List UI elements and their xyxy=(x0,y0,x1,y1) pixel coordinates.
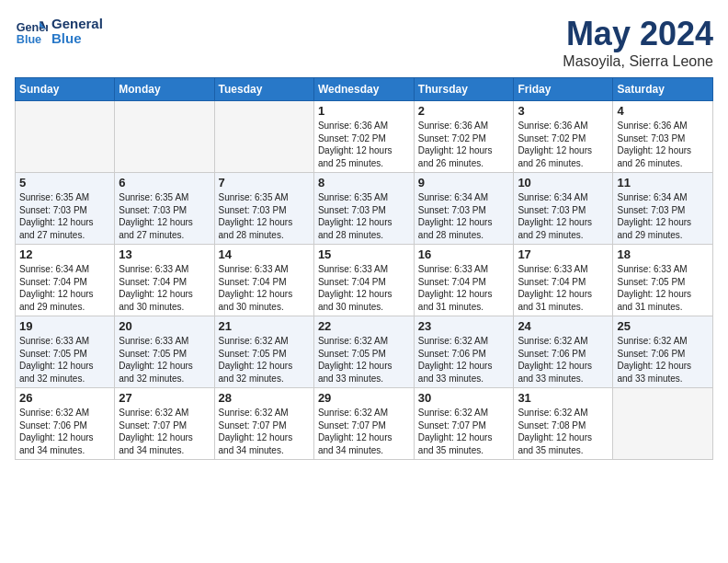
cell-content: Sunrise: 6:33 AM Sunset: 7:05 PM Dayligh… xyxy=(19,335,110,385)
cell-content: Sunrise: 6:36 AM Sunset: 7:03 PM Dayligh… xyxy=(617,120,709,169)
cell-content: Sunrise: 6:34 AM Sunset: 7:03 PM Dayligh… xyxy=(418,191,510,241)
day-number: 26 xyxy=(19,391,110,405)
cell-content: Sunrise: 6:33 AM Sunset: 7:04 PM Dayligh… xyxy=(418,263,510,313)
calendar-cell: 9Sunrise: 6:34 AM Sunset: 7:03 PM Daylig… xyxy=(414,173,514,245)
page-header: General Blue General Blue May 2024 Masoy… xyxy=(15,15,713,70)
calendar-cell: 31Sunrise: 6:32 AM Sunset: 7:08 PM Dayli… xyxy=(514,388,613,460)
calendar-cell: 24Sunrise: 6:32 AM Sunset: 7:06 PM Dayli… xyxy=(514,316,613,388)
calendar-week-3: 12Sunrise: 6:34 AM Sunset: 7:04 PM Dayli… xyxy=(16,245,713,316)
day-number: 5 xyxy=(19,176,110,190)
day-number: 23 xyxy=(418,319,510,333)
day-number: 30 xyxy=(418,391,510,405)
calendar-cell: 19Sunrise: 6:33 AM Sunset: 7:05 PM Dayli… xyxy=(16,316,115,388)
month-title: May 2024 xyxy=(563,15,713,53)
day-number: 14 xyxy=(219,247,310,261)
calendar-week-1: 1Sunrise: 6:36 AM Sunset: 7:02 PM Daylig… xyxy=(16,101,713,173)
cell-content: Sunrise: 6:32 AM Sunset: 7:07 PM Dayligh… xyxy=(119,407,210,456)
cell-content: Sunrise: 6:33 AM Sunset: 7:05 PM Dayligh… xyxy=(617,263,709,313)
cell-content: Sunrise: 6:32 AM Sunset: 7:08 PM Dayligh… xyxy=(518,407,609,456)
day-number: 20 xyxy=(119,319,210,333)
calendar-cell: 4Sunrise: 6:36 AM Sunset: 7:03 PM Daylig… xyxy=(613,101,713,173)
weekday-header-saturday: Saturday xyxy=(613,78,713,101)
calendar-cell: 23Sunrise: 6:32 AM Sunset: 7:06 PM Dayli… xyxy=(414,316,514,388)
cell-content: Sunrise: 6:33 AM Sunset: 7:04 PM Dayligh… xyxy=(318,263,410,313)
calendar-cell: 16Sunrise: 6:33 AM Sunset: 7:04 PM Dayli… xyxy=(414,245,514,316)
cell-content: Sunrise: 6:32 AM Sunset: 7:06 PM Dayligh… xyxy=(518,335,609,385)
calendar-cell xyxy=(16,101,115,173)
day-number: 8 xyxy=(318,176,410,190)
day-number: 31 xyxy=(518,391,609,405)
cell-content: Sunrise: 6:32 AM Sunset: 7:06 PM Dayligh… xyxy=(418,335,510,385)
calendar-cell: 1Sunrise: 6:36 AM Sunset: 7:02 PM Daylig… xyxy=(313,101,414,173)
day-number: 19 xyxy=(19,319,110,333)
day-number: 4 xyxy=(617,104,709,118)
day-number: 13 xyxy=(119,247,210,261)
day-number: 11 xyxy=(617,176,709,190)
cell-content: Sunrise: 6:35 AM Sunset: 7:03 PM Dayligh… xyxy=(318,191,410,241)
calendar-header-row: SundayMondayTuesdayWednesdayThursdayFrid… xyxy=(16,78,713,101)
cell-content: Sunrise: 6:33 AM Sunset: 7:04 PM Dayligh… xyxy=(518,263,609,313)
day-number: 3 xyxy=(518,104,609,118)
calendar-table: SundayMondayTuesdayWednesdayThursdayFrid… xyxy=(15,77,713,460)
day-number: 25 xyxy=(617,319,709,333)
calendar-cell: 7Sunrise: 6:35 AM Sunset: 7:03 PM Daylig… xyxy=(214,173,313,245)
cell-content: Sunrise: 6:36 AM Sunset: 7:02 PM Dayligh… xyxy=(318,120,410,169)
cell-content: Sunrise: 6:34 AM Sunset: 7:03 PM Dayligh… xyxy=(617,191,709,241)
calendar-cell: 12Sunrise: 6:34 AM Sunset: 7:04 PM Dayli… xyxy=(16,245,115,316)
cell-content: Sunrise: 6:32 AM Sunset: 7:05 PM Dayligh… xyxy=(219,335,310,385)
title-block: May 2024 Masoyila, Sierra Leone xyxy=(563,15,713,70)
day-number: 18 xyxy=(617,247,709,261)
cell-content: Sunrise: 6:35 AM Sunset: 7:03 PM Dayligh… xyxy=(119,191,210,241)
calendar-cell: 22Sunrise: 6:32 AM Sunset: 7:05 PM Dayli… xyxy=(313,316,414,388)
calendar-cell: 26Sunrise: 6:32 AM Sunset: 7:06 PM Dayli… xyxy=(16,388,115,460)
cell-content: Sunrise: 6:32 AM Sunset: 7:07 PM Dayligh… xyxy=(318,407,410,456)
cell-content: Sunrise: 6:32 AM Sunset: 7:06 PM Dayligh… xyxy=(617,335,709,385)
weekday-header-thursday: Thursday xyxy=(414,78,514,101)
day-number: 12 xyxy=(19,247,110,261)
location-subtitle: Masoyila, Sierra Leone xyxy=(563,53,713,70)
calendar-cell: 10Sunrise: 6:34 AM Sunset: 7:03 PM Dayli… xyxy=(514,173,613,245)
weekday-header-monday: Monday xyxy=(115,78,214,101)
logo-icon: General Blue xyxy=(15,15,48,48)
day-number: 21 xyxy=(219,319,310,333)
calendar-cell xyxy=(613,388,713,460)
day-number: 28 xyxy=(219,391,310,405)
weekday-header-friday: Friday xyxy=(514,78,613,101)
cell-content: Sunrise: 6:35 AM Sunset: 7:03 PM Dayligh… xyxy=(19,191,110,241)
calendar-cell: 11Sunrise: 6:34 AM Sunset: 7:03 PM Dayli… xyxy=(613,173,713,245)
calendar-cell: 6Sunrise: 6:35 AM Sunset: 7:03 PM Daylig… xyxy=(115,173,214,245)
cell-content: Sunrise: 6:36 AM Sunset: 7:02 PM Dayligh… xyxy=(518,120,609,169)
calendar-week-4: 19Sunrise: 6:33 AM Sunset: 7:05 PM Dayli… xyxy=(16,316,713,388)
day-number: 17 xyxy=(518,247,609,261)
day-number: 29 xyxy=(318,391,410,405)
calendar-cell: 20Sunrise: 6:33 AM Sunset: 7:05 PM Dayli… xyxy=(115,316,214,388)
day-number: 16 xyxy=(418,247,510,261)
calendar-cell: 3Sunrise: 6:36 AM Sunset: 7:02 PM Daylig… xyxy=(514,101,613,173)
cell-content: Sunrise: 6:34 AM Sunset: 7:04 PM Dayligh… xyxy=(19,263,110,313)
calendar-cell: 8Sunrise: 6:35 AM Sunset: 7:03 PM Daylig… xyxy=(313,173,414,245)
calendar-cell: 14Sunrise: 6:33 AM Sunset: 7:04 PM Dayli… xyxy=(214,245,313,316)
cell-content: Sunrise: 6:36 AM Sunset: 7:02 PM Dayligh… xyxy=(418,120,510,169)
calendar-cell: 29Sunrise: 6:32 AM Sunset: 7:07 PM Dayli… xyxy=(313,388,414,460)
cell-content: Sunrise: 6:33 AM Sunset: 7:04 PM Dayligh… xyxy=(119,263,210,313)
calendar-cell: 2Sunrise: 6:36 AM Sunset: 7:02 PM Daylig… xyxy=(414,101,514,173)
weekday-header-wednesday: Wednesday xyxy=(313,78,414,101)
calendar-cell: 13Sunrise: 6:33 AM Sunset: 7:04 PM Dayli… xyxy=(115,245,214,316)
logo-general: General xyxy=(51,17,103,32)
day-number: 9 xyxy=(418,176,510,190)
calendar-cell: 27Sunrise: 6:32 AM Sunset: 7:07 PM Dayli… xyxy=(115,388,214,460)
calendar-week-2: 5Sunrise: 6:35 AM Sunset: 7:03 PM Daylig… xyxy=(16,173,713,245)
calendar-cell: 28Sunrise: 6:32 AM Sunset: 7:07 PM Dayli… xyxy=(214,388,313,460)
day-number: 10 xyxy=(518,176,609,190)
cell-content: Sunrise: 6:35 AM Sunset: 7:03 PM Dayligh… xyxy=(219,191,310,241)
calendar-cell: 15Sunrise: 6:33 AM Sunset: 7:04 PM Dayli… xyxy=(313,245,414,316)
cell-content: Sunrise: 6:32 AM Sunset: 7:07 PM Dayligh… xyxy=(418,407,510,456)
cell-content: Sunrise: 6:33 AM Sunset: 7:04 PM Dayligh… xyxy=(219,263,310,313)
logo-blue: Blue xyxy=(51,31,103,47)
calendar-cell: 25Sunrise: 6:32 AM Sunset: 7:06 PM Dayli… xyxy=(613,316,713,388)
weekday-header-tuesday: Tuesday xyxy=(214,78,313,101)
day-number: 24 xyxy=(518,319,609,333)
calendar-cell: 5Sunrise: 6:35 AM Sunset: 7:03 PM Daylig… xyxy=(16,173,115,245)
calendar-week-5: 26Sunrise: 6:32 AM Sunset: 7:06 PM Dayli… xyxy=(16,388,713,460)
day-number: 22 xyxy=(318,319,410,333)
